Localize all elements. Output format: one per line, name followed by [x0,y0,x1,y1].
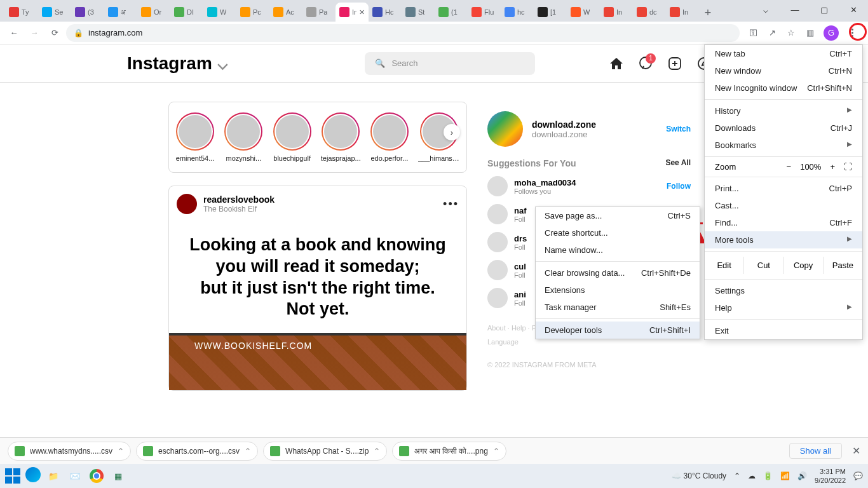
minimize-button[interactable]: — [780,0,810,19]
task-manager-item[interactable]: Task managerShift+Es [536,299,700,316]
suggestion-avatar[interactable] [487,176,508,196]
browser-tab[interactable]: Or [137,3,170,22]
start-button[interactable] [5,468,20,484]
menu-history[interactable]: History▶ [705,102,862,119]
story-item[interactable]: tejasprajap... [321,112,361,162]
suggestion-avatar[interactable] [487,232,508,252]
post-more-button[interactable]: ••• [443,198,459,211]
tray-network-icon[interactable]: 📶 [780,471,790,480]
suggestion-name[interactable]: cul [514,262,526,271]
back-button[interactable]: ← [5,24,23,42]
zoom-out-button[interactable]: − [787,162,792,172]
instagram-logo[interactable]: Instagram ⌵ [127,53,228,74]
browser-tab[interactable]: hc [501,3,534,22]
browser-tab[interactable]: Pc [236,3,269,22]
browser-tab[interactable]: (3 [71,3,104,22]
forward-button[interactable]: → [25,24,43,42]
new-post-icon[interactable] [667,56,682,71]
excel-icon[interactable]: ▦ [109,467,127,485]
menu-settings[interactable]: Settings [705,282,862,299]
browser-tab[interactable]: अ [104,3,137,22]
copy-button[interactable]: Copy [784,257,824,274]
explorer-icon[interactable]: 📁 [44,467,62,485]
suggestion-name[interactable]: moha_mad0034 [514,178,576,187]
account-name[interactable]: download.zone [532,119,596,130]
browser-tab[interactable]: In [666,3,699,22]
weather-widget[interactable]: ☁️ 30°C Cloudy [672,471,726,480]
browser-tab[interactable]: Se [38,3,71,22]
chevron-down-icon[interactable]: ⌵ [217,53,228,74]
menu-print[interactable]: Print...Ctrl+P [705,180,862,197]
menu-help[interactable]: Help▶ [705,299,862,316]
close-window-button[interactable]: ✕ [839,0,868,19]
menu-more-tools[interactable]: More tools▶ [705,231,862,248]
close-tab-icon[interactable]: ✕ [359,8,365,17]
chevron-up-icon[interactable]: ⌃ [374,447,380,456]
browser-tab[interactable]: St [402,3,435,22]
switch-link[interactable]: Switch [666,125,691,133]
extensions-item[interactable]: Extensions [536,281,700,299]
bookmark-star-icon[interactable]: ☆ [785,27,797,39]
browser-tab[interactable]: Flu [468,3,501,22]
clock[interactable]: 3:31 PM9/20/2022 [815,467,846,485]
suggestion-avatar[interactable] [487,288,508,308]
browser-tab[interactable]: In✕ [336,3,369,22]
download-chip[interactable]: WhatsApp Chat - S....zip⌃ [263,442,387,461]
browser-tab[interactable]: W [567,3,600,22]
post-body[interactable]: Looking at a book and knowing you will r… [169,222,466,390]
suggestion-name[interactable]: ani [514,290,526,299]
browser-tab[interactable]: dc [633,3,666,22]
menu-incognito[interactable]: New Incognito windowCtrl+Shift+N [705,79,862,97]
suggestion-name[interactable]: naf [514,206,527,215]
tray-chevron-icon[interactable]: ⌃ [734,471,740,480]
stories-next-button[interactable]: › [444,124,460,140]
browser-tab[interactable]: DI [170,3,203,22]
download-chip[interactable]: escharts.com--org....csv⌃ [136,442,258,461]
suggestion-avatar[interactable] [487,260,508,280]
clear-browsing-item[interactable]: Clear browsing data...Ctrl+Shift+De [536,264,700,281]
share-icon[interactable]: ↗ [766,27,778,39]
chevron-up-icon[interactable]: ⌃ [493,447,499,456]
chrome-icon[interactable] [88,467,105,485]
cut-button[interactable]: Cut [744,257,783,274]
browser-tab[interactable]: (1 [435,3,468,22]
follow-link[interactable]: Follow [667,182,691,191]
suggestion-avatar[interactable] [487,204,508,224]
maximize-button[interactable]: ▢ [810,0,839,19]
download-chip[interactable]: www.whatsmydns.....csv⌃ [8,442,131,461]
notifications-icon[interactable]: 💬 [853,471,863,480]
browser-tab[interactable]: Hc [369,3,402,22]
tabs-dropdown-button[interactable]: ⌵ [751,0,780,19]
chevron-up-icon[interactable]: ⌃ [118,447,124,456]
post-username[interactable]: readerslovebook [203,194,275,205]
address-bar[interactable]: 🔒 instagram.com [66,24,740,42]
tray-volume-icon[interactable]: 🔊 [797,471,807,480]
tray-onedrive-icon[interactable]: ☁ [748,471,756,480]
post-avatar[interactable] [177,194,197,214]
developer-tools-item[interactable]: Developer toolsCtrl+Shift+I [536,322,700,339]
account-avatar[interactable] [487,111,523,147]
menu-bookmarks[interactable]: Bookmarks▶ [705,137,862,154]
browser-tab[interactable]: Ac [269,3,302,22]
menu-downloads[interactable]: DownloadsCtrl+J [705,119,862,137]
menu-exit[interactable]: Exit [705,322,862,339]
download-chip[interactable]: अगर आप किसी को....png⌃ [392,442,506,461]
fullscreen-icon[interactable]: ⛶ [844,162,852,172]
close-downloads-bar[interactable]: ✕ [852,445,860,457]
profile-avatar[interactable]: G [824,25,839,41]
see-all-link[interactable]: See All [665,158,691,168]
messenger-icon[interactable]: 1 [638,56,653,71]
new-tab-button[interactable]: + [699,4,717,22]
menu-cast[interactable]: Cast... [705,197,862,214]
zoom-in-button[interactable]: + [830,162,835,172]
name-window-item[interactable]: Name window... [536,241,700,259]
show-all-button[interactable]: Show all [789,443,842,459]
story-item[interactable]: bluechipgulf [273,112,312,162]
browser-tab[interactable]: W [203,3,236,22]
edge-icon[interactable] [25,467,41,482]
save-page-item[interactable]: Save page as...Ctrl+S [536,207,700,224]
paste-button[interactable]: Paste [824,257,862,274]
search-box[interactable]: 🔍 Search [365,52,535,75]
key-icon[interactable]: ⚿ [747,27,759,39]
reload-button[interactable]: ⟳ [46,24,64,42]
